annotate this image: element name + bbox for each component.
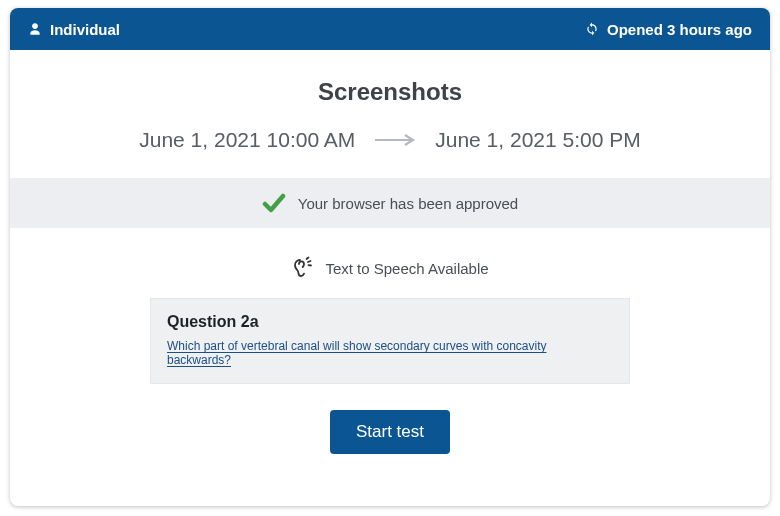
tts-text: Text to Speech Available (325, 260, 488, 277)
ear-icon (291, 256, 315, 280)
mode-indicator: Individual (28, 21, 120, 38)
svg-line-1 (307, 258, 309, 260)
page-title: Screenshots (10, 78, 770, 106)
check-icon (262, 191, 286, 215)
opened-label: Opened 3 hours ago (607, 21, 752, 38)
time-window: June 1, 2021 10:00 AM June 1, 2021 5:00 … (10, 128, 770, 152)
test-card: Individual Opened 3 hours ago Screenshot… (10, 8, 770, 506)
question-preview: Question 2a Which part of vertebral cana… (150, 298, 630, 384)
refresh-icon (585, 22, 599, 36)
window-end: June 1, 2021 5:00 PM (435, 128, 640, 152)
top-bar: Individual Opened 3 hours ago (10, 8, 770, 50)
browser-approval: Your browser has been approved (10, 178, 770, 228)
question-label: Question 2a (167, 313, 613, 331)
question-text-link[interactable]: Which part of vertebral canal will show … (167, 339, 613, 367)
start-test-button[interactable]: Start test (330, 410, 450, 454)
opened-indicator: Opened 3 hours ago (585, 21, 752, 38)
approval-text: Your browser has been approved (298, 195, 518, 212)
mode-label: Individual (50, 21, 120, 38)
svg-line-2 (308, 261, 311, 262)
arrow-right-icon (373, 133, 417, 147)
window-start: June 1, 2021 10:00 AM (139, 128, 355, 152)
tts-availability: Text to Speech Available (10, 256, 770, 280)
user-icon (28, 22, 42, 36)
